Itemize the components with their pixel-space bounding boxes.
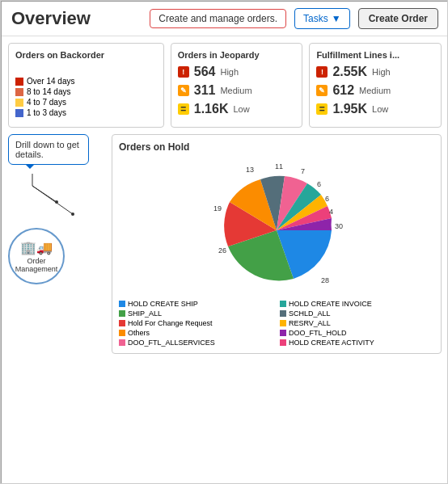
page-title: Overview (11, 8, 142, 29)
legend-item-4: 1 to 3 days (15, 108, 157, 117)
legend-color-2 (15, 88, 23, 96)
fulfillment-medium-label: Medium (359, 86, 391, 95)
legend-color-hca (280, 339, 286, 346)
fulfillment-card: Fulfillment Lines i... ! 2.55K High ✎ 61… (309, 43, 442, 128)
fulfillment-low-row: = 1.95K Low (316, 102, 434, 116)
backorder-bar-chart (15, 65, 157, 72)
tasks-chevron-icon: ▼ (332, 13, 341, 24)
legend-label-1: Over 14 days (27, 77, 74, 86)
legend-color-dfh (280, 330, 286, 336)
backorder-legend: Over 14 days 8 to 14 days 4 to 7 days 1 … (15, 77, 157, 117)
legend-label-hca: HOLD CREATE ACTIVITY (289, 339, 374, 347)
pie-label-28: 28 (321, 276, 329, 284)
fulfillment-title: Fulfillment Lines i... (316, 50, 434, 60)
pie-label-13: 13 (246, 166, 254, 174)
order-management-circle: 🏢🚚 Order Management (8, 228, 65, 284)
fulfillment-low-value: 1.95K (332, 102, 367, 116)
create-order-button[interactable]: Create Order (358, 8, 438, 29)
drill-down-lines (8, 170, 97, 218)
pie-chart-container: 30 28 26 19 13 11 7 6 6 4 (119, 158, 434, 295)
legend-doo-ftl-allservices: DOO_FTL_ALLSERVICES (119, 339, 273, 347)
legend-label-oth: Others (128, 329, 150, 337)
legend-label-dfh: DOO_FTL_HOLD (289, 329, 347, 337)
legend-label-resrv: RESRV_ALL (289, 319, 331, 327)
legend-color-3 (15, 99, 23, 107)
legend-color-hcs (119, 301, 125, 307)
legend-label-schld: SCHLD_ALL (289, 309, 331, 318)
jeopardy-card: Orders in Jeopardy ! 564 High ✎ 311 Medi… (171, 43, 303, 128)
pie-label-7: 7 (301, 167, 305, 175)
pie-label-6b: 6 (325, 195, 329, 203)
legend-others: Others (119, 329, 273, 337)
tooltip-box: Create and manage orders. (150, 9, 286, 28)
legend-color-oth (119, 330, 125, 336)
fulfillment-low-icon: = (316, 103, 328, 115)
tasks-button[interactable]: Tasks ▼ (294, 8, 350, 29)
jeopardy-low-label: Low (233, 104, 249, 114)
legend-ship-all: SHIP_ALL (119, 309, 273, 318)
jeopardy-title: Orders in Jeopardy (178, 50, 296, 60)
legend-hold-create-activity: HOLD CREATE ACTIVITY (280, 339, 434, 347)
fulfillment-medium-row: ✎ 612 Medium (316, 83, 434, 98)
legend-label-hch: Hold For Change Request (128, 319, 213, 327)
svg-line-2 (32, 186, 73, 214)
backorder-title: Orders on Backorder (15, 50, 157, 60)
pie-chart-svg: 30 28 26 19 13 11 7 6 6 4 (196, 158, 357, 295)
jeopardy-medium-label: Medium (220, 86, 251, 95)
fulfillment-high-icon: ! (316, 66, 328, 78)
legend-label-3: 4 to 7 days (27, 98, 66, 107)
legend-item-3: 4 to 7 days (15, 98, 157, 107)
pie-label-19: 19 (213, 204, 222, 213)
pie-chart-card: Orders on Hold (112, 134, 442, 354)
legend-color-dfa (119, 339, 125, 346)
legend-doo-ftl-hold: DOO_FTL_HOLD (280, 329, 434, 337)
jeopardy-high-label: High (220, 67, 239, 77)
legend-label-4: 1 to 3 days (27, 108, 66, 117)
fulfillment-high-row: ! 2.55K High (316, 65, 434, 79)
jeopardy-medium-row: ✎ 311 Medium (178, 83, 296, 98)
drill-down-tooltip: Drill down to get details. (8, 134, 89, 165)
legend-hold-create-ship: HOLD CREATE SHIP (119, 300, 273, 308)
legend-label-hcs: HOLD CREATE SHIP (128, 300, 198, 308)
jeopardy-low-value: 1.16K (194, 102, 229, 116)
main-content: Orders on Backorder (2, 36, 448, 484)
order-mgmt-label: Order Management (13, 257, 60, 273)
svg-point-3 (55, 200, 58, 204)
bottom-section: Drill down to get details. 🏢🚚 Order Mana… (8, 134, 442, 478)
legend-hold-create-invoice: HOLD CREATE INVOICE (280, 300, 434, 308)
pie-label-6a: 6 (317, 180, 321, 188)
legend-color-schld (280, 310, 286, 317)
jeopardy-high-icon: ! (178, 66, 189, 78)
legend-label-hci: HOLD CREATE INVOICE (289, 300, 372, 308)
pie-label-30: 30 (335, 222, 343, 230)
jeopardy-medium-value: 311 (194, 83, 216, 98)
legend-color-1 (15, 78, 23, 86)
jeopardy-high-value: 564 (194, 65, 216, 79)
legend-color-4 (15, 109, 23, 117)
legend-item-2: 8 to 14 days (15, 87, 157, 96)
legend-label-sa: SHIP_ALL (128, 309, 162, 318)
jeopardy-low-icon: = (178, 103, 189, 115)
left-column: Drill down to get details. 🏢🚚 Order Mana… (8, 134, 105, 284)
fulfillment-medium-icon: ✎ (316, 85, 328, 96)
pie-label-4: 4 (329, 208, 333, 216)
pie-label-26: 26 (218, 246, 226, 255)
jeopardy-medium-icon: ✎ (178, 85, 189, 96)
fulfillment-high-value: 2.55K (332, 65, 367, 79)
page-wrapper: Overview Create and manage orders. Tasks… (1, 1, 448, 484)
legend-color-hch (119, 320, 125, 326)
fulfillment-low-label: Low (372, 104, 388, 114)
legend-resrv-all: RESRV_ALL (280, 319, 434, 327)
top-cards: Orders on Backorder (8, 43, 442, 128)
order-mgmt-icon: 🏢🚚 (20, 240, 53, 255)
header: Overview Create and manage orders. Tasks… (2, 2, 448, 36)
svg-point-4 (71, 213, 74, 216)
backorder-card: Orders on Backorder (8, 43, 164, 128)
legend-label-2: 8 to 14 days (27, 87, 70, 96)
legend-label-dfa: DOO_FTL_ALLSERVICES (128, 339, 215, 347)
jeopardy-high-row: ! 564 High (178, 65, 296, 79)
legend-hold-change: Hold For Change Request (119, 319, 273, 327)
legend-item-1: Over 14 days (15, 77, 157, 86)
legend-schld-all: SCHLD_ALL (280, 309, 434, 318)
pie-label-11: 11 (275, 162, 283, 170)
